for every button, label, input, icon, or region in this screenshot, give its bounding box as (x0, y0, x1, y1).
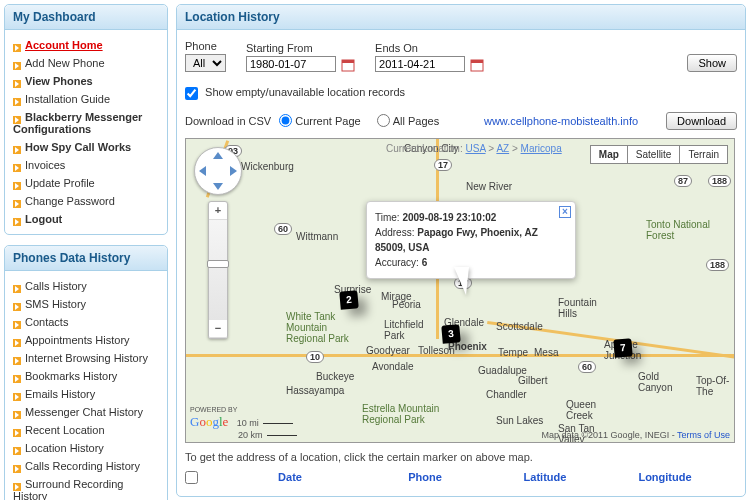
sidebar-item: Logout (13, 210, 159, 228)
page-title: Location History (177, 5, 745, 30)
map-marker[interactable]: 3 (442, 325, 460, 349)
arrow-icon (13, 319, 21, 327)
sidebar-link[interactable]: Emails History (25, 388, 95, 400)
arrow-icon (13, 463, 21, 471)
map-info-window: × Time: 2009-08-19 23:10:02 Address: Pap… (366, 201, 576, 279)
filter-row: Phone All Starting From Ends On (185, 36, 737, 82)
from-input[interactable] (246, 56, 336, 72)
show-empty-label: Show empty/unavailable location records (205, 86, 405, 98)
download-button[interactable]: Download (666, 112, 737, 130)
map-type-switch: Map Satellite Terrain (590, 145, 728, 164)
map-type-terrain[interactable]: Terrain (680, 146, 727, 163)
zoom-handle[interactable] (207, 260, 229, 268)
sidebar-link[interactable]: Internet Browsing History (25, 352, 148, 364)
sidebar-item: Invoices (13, 156, 159, 174)
arrow-icon (13, 391, 21, 399)
map-attribution-google: POWERED BY Google 10 mi 20 km (190, 404, 297, 440)
sidebar-item: Change Password (13, 192, 159, 210)
history-panel: Phones Data History Calls HistorySMS His… (4, 245, 168, 500)
sidebar-link[interactable]: Invoices (25, 159, 65, 171)
zoom-slider[interactable] (209, 220, 227, 320)
sidebar-link[interactable]: Messenger Chat History (25, 406, 143, 418)
pan-left-icon[interactable] (199, 166, 206, 176)
sidebar-item: Appointments History (13, 331, 159, 349)
sidebar-link[interactable]: Contacts (25, 316, 68, 328)
pan-down-icon[interactable] (213, 183, 223, 190)
col-latitude[interactable]: Latitude (485, 471, 605, 486)
select-all-checkbox[interactable] (185, 471, 198, 484)
arrow-icon (13, 283, 21, 291)
sidebar-link[interactable]: Location History (25, 442, 104, 454)
sidebar-item: Messenger Chat History (13, 403, 159, 421)
map-breadcrumb: Current Location: USA > AZ > Maricopa (386, 143, 562, 154)
sidebar-link[interactable]: Blackberry Messenger Configurations (13, 111, 142, 135)
hint-text: To get the address of a location, click … (185, 443, 737, 467)
to-input[interactable] (375, 56, 465, 72)
svg-rect-26 (471, 60, 483, 63)
table-header: Date Phone Latitude Longitude (185, 467, 737, 490)
sidebar-link[interactable]: Update Profile (25, 177, 95, 189)
sidebar-item: Contacts (13, 313, 159, 331)
sidebar-item: Blackberry Messenger Configurations (13, 108, 159, 138)
sidebar-link[interactable]: Appointments History (25, 334, 130, 346)
close-icon[interactable]: × (559, 206, 571, 218)
to-label: Ends On (375, 42, 484, 54)
col-date[interactable]: Date (215, 471, 365, 486)
sidebar-item: Update Profile (13, 174, 159, 192)
terms-link[interactable]: Terms of Use (677, 430, 730, 440)
dashboard-nav: Account HomeAdd New PhoneView PhonesInst… (13, 36, 159, 228)
arrow-icon (13, 216, 21, 224)
sidebar-link[interactable]: Installation Guide (25, 93, 110, 105)
map-type-map[interactable]: Map (591, 146, 628, 163)
arrow-icon (13, 78, 21, 86)
zoom-out-button[interactable]: − (209, 320, 227, 338)
col-phone[interactable]: Phone (365, 471, 485, 486)
arrow-icon (13, 180, 21, 188)
sidebar-item: Calls Recording History (13, 457, 159, 475)
show-button[interactable]: Show (687, 54, 737, 72)
show-empty-checkbox[interactable] (185, 87, 198, 100)
sidebar-link[interactable]: Surround Recording History (13, 478, 123, 500)
arrow-icon (13, 337, 21, 345)
map-type-satellite[interactable]: Satellite (628, 146, 681, 163)
arrow-icon (13, 144, 21, 152)
svg-rect-24 (342, 60, 354, 63)
radio-current-page[interactable] (279, 114, 292, 127)
map-attribution: Map data ©2011 Google, INEGI - Terms of … (541, 430, 730, 440)
sidebar-link[interactable]: View Phones (25, 75, 93, 87)
sidebar-link[interactable]: Add New Phone (25, 57, 105, 69)
map-zoom-control[interactable]: + − (208, 201, 228, 339)
history-title: Phones Data History (5, 246, 167, 271)
col-longitude[interactable]: Longitude (605, 471, 725, 486)
download-label: Download in CSV (185, 115, 271, 127)
calendar-icon[interactable] (470, 58, 484, 72)
sidebar-link[interactable]: SMS History (25, 298, 86, 310)
map-pan-control[interactable] (194, 147, 242, 195)
arrow-icon (13, 162, 21, 170)
sidebar-link[interactable]: Account Home (25, 39, 103, 51)
arrow-icon (13, 96, 21, 104)
pan-right-icon[interactable] (230, 166, 237, 176)
arrow-icon (13, 445, 21, 453)
site-link[interactable]: www.cellphone-mobistealth.info (484, 115, 638, 127)
map-marker[interactable]: 2 (340, 291, 358, 315)
phone-label: Phone (185, 40, 226, 52)
sidebar-link[interactable]: Logout (25, 213, 62, 225)
radio-all-pages[interactable] (377, 114, 390, 127)
sidebar-link[interactable]: How Spy Call Works (25, 141, 131, 153)
history-nav: Calls HistorySMS HistoryContactsAppointm… (13, 277, 159, 500)
sidebar-link[interactable]: Recent Location (25, 424, 105, 436)
sidebar-link[interactable]: Bookmarks History (25, 370, 117, 382)
sidebar-link[interactable]: Calls Recording History (25, 460, 140, 472)
pan-up-icon[interactable] (213, 152, 223, 159)
map[interactable]: 93 17 60 87 188 188 10 60 17 Wickenburg … (185, 138, 735, 443)
sidebar-link[interactable]: Change Password (25, 195, 115, 207)
phone-select[interactable]: All (185, 54, 226, 72)
calendar-icon[interactable] (341, 58, 355, 72)
arrow-icon (13, 42, 21, 50)
arrow-icon (13, 198, 21, 206)
sidebar-link[interactable]: Calls History (25, 280, 87, 292)
main-panel: Location History Phone All Starting From (176, 4, 746, 497)
map-marker[interactable]: 7 (614, 339, 632, 363)
zoom-in-button[interactable]: + (209, 202, 227, 220)
